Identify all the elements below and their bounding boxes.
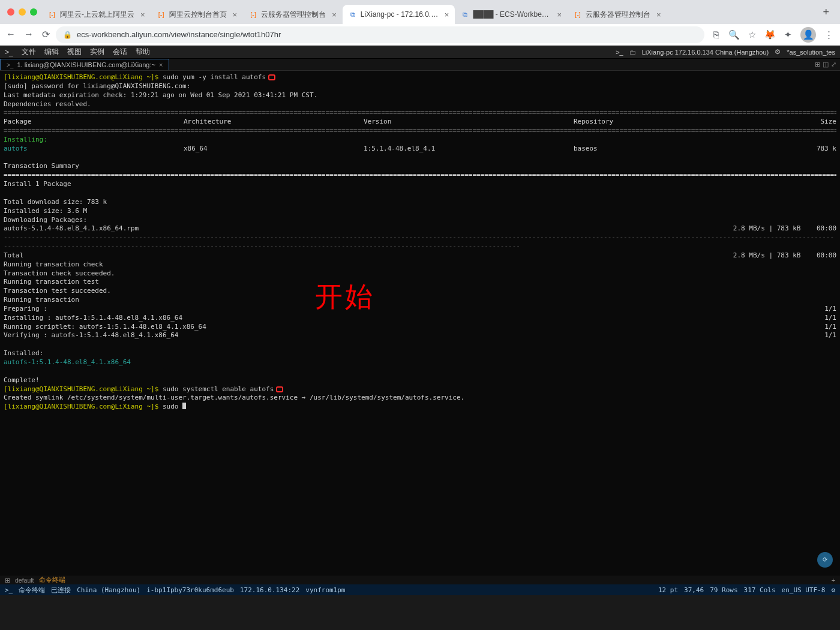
- menu-item[interactable]: 视图: [67, 47, 82, 57]
- close-icon[interactable]: ×: [445, 10, 449, 19]
- forward-button[interactable]: →: [24, 29, 34, 40]
- menu-item[interactable]: 实例: [90, 47, 104, 57]
- browser-tab[interactable]: [-]云服务器管理控制台×: [568, 5, 667, 24]
- status-cursor-pos: 37,46: [684, 586, 704, 594]
- shell-prompt: [lixiang@QIANXISHUIBENG.com@LiXiang ~]$: [4, 73, 163, 81]
- assist-bubble[interactable]: ⟳: [817, 552, 833, 568]
- menubar-terminal-icon[interactable]: >_: [616, 49, 623, 56]
- menu-item[interactable]: 编辑: [44, 47, 59, 57]
- output-line: Created symlink /etc/systemd/system/mult…: [4, 394, 836, 403]
- status-terminal-label[interactable]: 命令终端: [19, 586, 45, 595]
- cursor: [182, 403, 186, 409]
- url-text: ecs-workbench.aliyun.com/view/instance/s…: [77, 30, 281, 39]
- extension-fox-icon[interactable]: 🦊: [764, 29, 775, 40]
- menu-item[interactable]: 会话: [113, 47, 127, 57]
- browser-toolbar: ← → ⟳ 🔒 ecs-workbench.aliyun.com/view/in…: [0, 24, 840, 46]
- workbench-subbar: ⊞ default 命令终端 +: [0, 575, 840, 584]
- terminal-output[interactable]: [lixiang@QIANXISHUIBENG.com@LiXiang ~]$ …: [0, 71, 840, 575]
- install-icon[interactable]: ⎘: [710, 29, 721, 40]
- output-line: [sudo] password for lixiang@QIANXISHUIBE…: [4, 82, 836, 91]
- browser-tab[interactable]: [-]云服务器管理控制台×: [243, 5, 343, 24]
- browser-tab[interactable]: ⧉████ - ECS-Workbench×: [455, 5, 568, 24]
- kebab-menu-icon[interactable]: ⋮: [823, 29, 834, 40]
- window-controls: [5, 8, 42, 16]
- output-line: [4, 189, 836, 198]
- output-line: autofs-5.1.4-48.el8_4.1.x86_64.rpm: [4, 224, 733, 233]
- output-line: Install 1 Package: [4, 180, 836, 189]
- instance-label[interactable]: LiXiang-pc 172.16.0.134 China (Hangzhou): [642, 49, 769, 56]
- bookmark-icon[interactable]: ☆: [746, 29, 757, 40]
- output-line: Running transaction test: [4, 278, 836, 287]
- window-close-button[interactable]: [7, 8, 14, 16]
- browser-tabstrip: [-]阿里云-上云就上阿里云×[-]阿里云控制台首页×[-]云服务器管理控制台×…: [42, 0, 817, 24]
- status-fontsize[interactable]: 12 pt: [658, 586, 678, 594]
- output-line: Complete!: [4, 376, 836, 385]
- script-label[interactable]: *as_solution_tes: [787, 49, 835, 56]
- extensions-icon[interactable]: ✦: [782, 29, 793, 40]
- output-line: [4, 367, 836, 376]
- shell-prompt: [lixiang@QIANXISHUIBENG.com@LiXiang ~]$: [4, 385, 163, 393]
- annotation-marker: [276, 386, 283, 392]
- add-subbar-icon[interactable]: +: [832, 577, 835, 584]
- overlay-annotation: 开始: [315, 278, 375, 315]
- tab-label: 阿里云-上云就上阿里云: [60, 10, 134, 20]
- browser-tab[interactable]: ⧉LiXiang-pc - 172.16.0.134华东1×: [343, 5, 455, 24]
- window-maximize-button[interactable]: [30, 8, 37, 16]
- favicon-icon: ⧉: [461, 10, 469, 19]
- status-prompt-icon: >_: [5, 586, 13, 594]
- tab-label: ████ - ECS-Workbench: [473, 10, 551, 19]
- command-text: sudo systemctl enable autofs: [163, 385, 274, 393]
- new-tab-button[interactable]: +: [817, 6, 835, 19]
- favicon-icon: ⧉: [349, 10, 357, 19]
- close-icon[interactable]: ×: [557, 10, 562, 19]
- terminal-tabs: >_ 1. lixiang@QIANXISHUIBENG.com@LiXiang…: [0, 59, 840, 71]
- output-line: Last metadata expiration check: 1:29:21 …: [4, 91, 836, 100]
- output-line: Transaction test succeeded.: [4, 287, 836, 296]
- profile-avatar[interactable]: 👤: [800, 27, 816, 43]
- tab-label: 云服务器管理控制台: [261, 10, 326, 20]
- output-line: [4, 154, 836, 163]
- status-connection: 已连接: [51, 586, 71, 595]
- reload-button[interactable]: ⟳: [42, 29, 50, 40]
- output-line: Total download size: 783 k: [4, 198, 836, 207]
- close-icon[interactable]: ×: [656, 10, 661, 19]
- zoom-icon[interactable]: 🔍: [728, 29, 739, 40]
- command-text: sudo: [163, 403, 182, 410]
- tab-label: 阿里云控制台首页: [169, 10, 227, 20]
- section-label: Installing:: [4, 136, 836, 145]
- separator-line: ----------------------------------------…: [4, 233, 836, 251]
- output-line: Running scriptlet: autofs-1:5.1.4-48.el8…: [4, 323, 824, 332]
- back-button[interactable]: ←: [6, 29, 16, 40]
- status-settings-icon[interactable]: ⚙: [831, 586, 835, 594]
- subbar-mode-label: 命令终端: [39, 576, 65, 584]
- status-cols: 317 Cols: [744, 586, 776, 594]
- browser-tab[interactable]: [-]阿里云控制台首页×: [151, 5, 244, 24]
- address-bar[interactable]: 🔒 ecs-workbench.aliyun.com/view/instance…: [56, 26, 704, 43]
- close-icon[interactable]: ×: [140, 10, 145, 19]
- output-line: Verifying : autofs-1:5.1.4-48.el8_4.1.x8…: [4, 331, 824, 340]
- expand-toggle-icon[interactable]: ⊞: [5, 577, 10, 584]
- menu-item[interactable]: 帮助: [136, 47, 150, 57]
- output-line: Preparing :: [4, 305, 824, 314]
- output-line: Running transaction: [4, 296, 836, 305]
- output-line: Running transaction check: [4, 260, 836, 269]
- menu-item[interactable]: 文件: [22, 47, 36, 57]
- terminal-tab-1[interactable]: >_ 1. lixiang@QIANXISHUIBENG.com@LiXiang…: [0, 59, 169, 70]
- table-header: Package Architecture Version Repository …: [4, 118, 836, 127]
- expand-icon[interactable]: ⤢: [831, 61, 836, 68]
- script-indicator-icon: ⚙: [775, 48, 781, 56]
- favicon-icon: [-]: [574, 10, 582, 19]
- split-pane-icon[interactable]: ◫: [823, 61, 829, 68]
- output-line: Installing : autofs-1:5.1.4-48.el8_4.1.x…: [4, 314, 824, 323]
- output-line: [4, 340, 836, 349]
- close-icon[interactable]: ×: [332, 10, 337, 19]
- lock-icon: 🔒: [63, 31, 72, 39]
- default-label[interactable]: default: [15, 577, 34, 584]
- output-line: Transaction check succeeded.: [4, 269, 836, 278]
- window-minimize-button[interactable]: [19, 8, 26, 16]
- browser-tab[interactable]: [-]阿里云-上云就上阿里云×: [42, 5, 151, 24]
- add-pane-icon[interactable]: ⊞: [815, 61, 820, 68]
- status-encoding[interactable]: en_US UTF-8: [782, 586, 826, 594]
- close-icon[interactable]: ×: [233, 10, 238, 19]
- close-icon[interactable]: ×: [159, 61, 163, 68]
